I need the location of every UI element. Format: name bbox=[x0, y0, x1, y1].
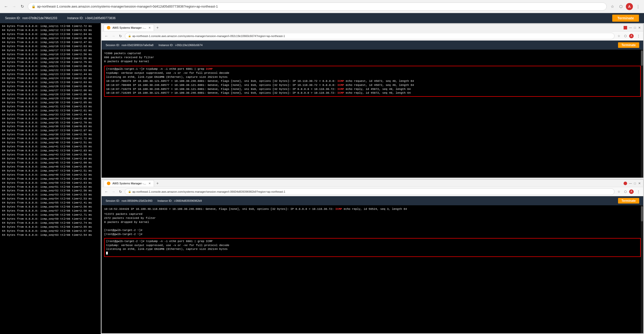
tab-2[interactable]: AWS Systems Manager - Sess... ✕ bbox=[104, 180, 154, 187]
left-terminal-line: 64 bytes from 8.8.8.8: icmp_seq=23 ttl=9… bbox=[2, 73, 99, 77]
star-button[interactable]: ☆ bbox=[609, 3, 616, 10]
aws-header: Session ID: root-07b9b21de796d1203 Insta… bbox=[0, 13, 644, 23]
terminal-line: 0 packets dropped by kernel bbox=[104, 60, 641, 64]
sub-browser-1-nav bbox=[624, 26, 627, 29]
left-terminal-line: 64 bytes from 8.8.8.8: icmp_seq=34 ttl=9… bbox=[2, 117, 99, 121]
terminal-line: ^C2372 packets captured bbox=[104, 212, 641, 216]
sub-terminate-button-2[interactable]: Terminate bbox=[618, 198, 639, 204]
instance-id-label: Instance ID: i-0d412d05d00773836 bbox=[67, 16, 116, 20]
sub-instance-id-1: Instance ID: i-092c19e10660c6674 bbox=[159, 44, 203, 47]
left-terminal-line: 64 bytes from 8.8.8.8: icmp_seq=44 ttl=9… bbox=[2, 157, 99, 161]
sub-session-id-value-1: root-03d158901b7a6e9a8 bbox=[121, 44, 154, 47]
terminal-1-text: ^C690 packets captured690 packets receiv… bbox=[104, 52, 641, 97]
left-terminal-line: 64 bytes from 8.8.8.8: icmp_seq=35 ttl=9… bbox=[2, 121, 99, 125]
refresh-button[interactable]: ↻ bbox=[19, 3, 26, 10]
sub-ext-button-2[interactable]: ⬡ bbox=[623, 189, 628, 194]
terminal-cursor: █ bbox=[106, 251, 639, 255]
left-terminal-line: 64 bytes from 8.8.8.8: icmp_seq=31 ttl=9… bbox=[2, 105, 99, 109]
new-tab-button-1[interactable]: + bbox=[155, 25, 161, 31]
browser-window: ← → ↻ 🔒 ap-northeast-1.console.aws.amazo… bbox=[0, 0, 644, 334]
terminal-cmd-line: listening on eth0, link-type EN10MB (Eth… bbox=[106, 247, 639, 251]
main-content: 64 bytes from 8.8.8.8: icmp_seq=11 ttl=9… bbox=[0, 23, 644, 334]
left-terminal: 64 bytes from 8.8.8.8: icmp_seq=11 ttl=9… bbox=[0, 23, 101, 334]
left-terminal-line: 64 bytes from 8.8.8.8: icmp_seq=27 ttl=9… bbox=[2, 89, 99, 93]
maximize-button-2[interactable]: □ bbox=[633, 182, 637, 185]
left-terminal-line: 64 bytes from 8.8.8.8: icmp_seq=22 ttl=9… bbox=[2, 69, 99, 73]
terminal-cmd-line: 10:18:07.710285 IP 10.100.30.121.60577 >… bbox=[106, 91, 639, 95]
session-id-label: Session ID: root-07b9b21de796d1203 bbox=[5, 16, 57, 20]
terminal-cmd-line: [root@gwlb-target-2 ~]# tcpdump -n -i et… bbox=[106, 240, 639, 244]
sub-browser-2-toolbar: ← → ↻ 🔒 ap-northeast-1.console.aws.amazo… bbox=[102, 187, 643, 196]
sub-browser-2-icons: ☆ ⬡ A ⋮ bbox=[616, 189, 641, 194]
new-tab-button-2[interactable]: + bbox=[155, 180, 161, 186]
sub-address-bar-1[interactable]: 🔒 ap-northeast-1.console.aws.amazon.com/… bbox=[125, 33, 615, 39]
sub-profile-button-1[interactable]: A bbox=[629, 33, 635, 39]
profile-button[interactable]: A bbox=[626, 3, 633, 10]
right-panels: AWS Systems Manager - Sess... ✕ + — □ ✕ bbox=[101, 23, 644, 334]
sub-url-text-1: ap-northeast-1.console.aws.amazon.com/sy… bbox=[132, 35, 285, 38]
sub-back-button-2[interactable]: ← bbox=[104, 189, 109, 194]
sub-star-button-1[interactable]: ☆ bbox=[616, 33, 622, 39]
left-terminal-line: 64 bytes from 8.8.8.8: icmp_seq=58 ttl=9… bbox=[2, 213, 99, 217]
forward-button[interactable]: → bbox=[11, 3, 18, 10]
menu-button[interactable]: ⋮ bbox=[634, 3, 641, 10]
sub-ext-button-1[interactable]: ⬡ bbox=[623, 33, 628, 39]
sub-menu-button-2[interactable]: ⋮ bbox=[636, 189, 641, 194]
left-terminal-line: 64 bytes from 8.8.8.8: icmp_seq=60 ttl=9… bbox=[2, 221, 99, 225]
left-terminal-line: 64 bytes from 8.8.8.8: icmp_seq=47 ttl=9… bbox=[2, 169, 99, 173]
address-bar[interactable]: 🔒 ap-northeast-1.console.aws.amazon.com/… bbox=[28, 3, 607, 11]
sub-refresh-button-2[interactable]: ↻ bbox=[118, 189, 123, 194]
sub-address-bar-2[interactable]: 🔒 ap-northeast-1.console.aws.amazon.com/… bbox=[125, 188, 615, 195]
left-terminal-line: 64 bytes from 8.8.8.8: icmp_seq=18 ttl=9… bbox=[2, 53, 99, 57]
terminal-cmd-line: [root@gwlb-target-1 ~]# tcpdump -n -i et… bbox=[106, 67, 639, 71]
scrollbar-thumb-2 bbox=[641, 206, 643, 221]
cmd-box-2: [root@gwlb-target-2 ~]# tcpdump -n -i et… bbox=[104, 238, 641, 257]
left-terminal-line: 64 bytes from 8.8.8.8: icmp_seq=29 ttl=9… bbox=[2, 97, 99, 101]
terminal-1: ^C690 packets captured690 packets receiv… bbox=[102, 50, 643, 178]
tab-2-close[interactable]: ✕ bbox=[148, 182, 151, 185]
maximize-button-1[interactable]: □ bbox=[633, 26, 637, 29]
terminal-cmd-line: listening on eth0, link-type EN10MB (Eth… bbox=[106, 75, 639, 79]
scrollbar-2[interactable] bbox=[641, 205, 643, 333]
sub-browser-1-titlebar: AWS Systems Manager - Sess... ✕ + — □ ✕ bbox=[102, 24, 643, 31]
left-terminal-line: 64 bytes from 8.8.8.8: icmp_seq=33 ttl=9… bbox=[2, 113, 99, 117]
minimize-button-2[interactable]: — bbox=[629, 182, 632, 185]
sub-terminate-button-1[interactable]: Terminate bbox=[618, 42, 639, 48]
tab-1[interactable]: AWS Systems Manager - Sess... ✕ bbox=[104, 24, 154, 31]
left-terminal-line: 64 bytes from 8.8.8.8: icmp_seq=21 ttl=9… bbox=[2, 64, 99, 69]
left-terminal-line: 64 bytes from 8.8.8.8: icmp_seq=38 ttl=9… bbox=[2, 133, 99, 137]
close-button-2[interactable]: ✕ bbox=[638, 182, 641, 185]
terminate-button-main[interactable]: Terminate bbox=[612, 15, 639, 22]
left-terminal-line: 64 bytes from 8.8.8.8: icmp_seq=12 ttl=9… bbox=[2, 28, 99, 32]
minimize-button-1[interactable]: — bbox=[629, 26, 632, 29]
sub-session-id-value-2: root-06566f4c15b53c993 bbox=[121, 199, 152, 202]
left-terminal-line: 64 bytes from 8.8.8.8: icmp_seq=15 ttl=9… bbox=[2, 41, 99, 45]
left-terminal-line: 64 bytes from 8.8.8.8: icmp_seq=52 ttl=9… bbox=[2, 189, 99, 193]
back-button[interactable]: ← bbox=[3, 3, 10, 10]
left-terminal-line: 64 bytes from 8.8.8.8: icmp_seq=61 ttl=9… bbox=[2, 225, 99, 229]
terminal-line: [root@gwlb-target-2 ~]# bbox=[104, 228, 641, 232]
close-button-1[interactable]: ✕ bbox=[638, 26, 641, 29]
sub-menu-button-1[interactable]: ⋮ bbox=[636, 33, 641, 39]
sub-forward-button-2[interactable]: → bbox=[111, 189, 116, 194]
left-terminal-line: 64 bytes from 8.8.8.8: icmp_seq=25 ttl=9… bbox=[2, 81, 99, 85]
sub-browser-2: AWS Systems Manager - Sess... ✕ + — □ ✕ bbox=[101, 179, 643, 333]
session-info: Session ID: root-07b9b21de796d1203 Insta… bbox=[5, 16, 115, 20]
sub-forward-button-1[interactable]: → bbox=[111, 33, 116, 39]
terminal-line: 10:16:52.334428 IP 10.100.40.118.60433 >… bbox=[104, 207, 641, 211]
sub-star-button-2[interactable]: ☆ bbox=[616, 189, 622, 194]
sub-profile-button-2[interactable]: A bbox=[629, 189, 635, 194]
terminal-line: 0 packets dropped by kernel bbox=[104, 220, 641, 224]
scrollbar-1[interactable] bbox=[641, 50, 643, 178]
left-terminal-line: 64 bytes from 8.8.8.8: icmp_seq=32 ttl=9… bbox=[2, 109, 99, 113]
sub-back-button-1[interactable]: ← bbox=[104, 33, 109, 39]
instance-id-value: i-0d412d05d00773836 bbox=[85, 16, 115, 20]
extensions-button[interactable]: ⬡ bbox=[617, 3, 624, 10]
sub-refresh-button-1[interactable]: ↻ bbox=[118, 33, 123, 39]
left-terminal-line: 64 bytes from 8.8.8.8: icmp_seq=57 ttl=9… bbox=[2, 209, 99, 213]
left-terminal-line: 64 bytes from 8.8.8.8: icmp_seq=50 ttl=9… bbox=[2, 181, 99, 185]
tab-1-close[interactable]: ✕ bbox=[148, 26, 151, 29]
sub-session-id-1: Session ID: root-03d158901b7a6e9a8 bbox=[106, 44, 154, 47]
lock-icon: 🔒 bbox=[32, 5, 36, 8]
left-terminal-line: 64 bytes from 8.8.8.8: icmp_seq=13 ttl=9… bbox=[2, 32, 99, 37]
